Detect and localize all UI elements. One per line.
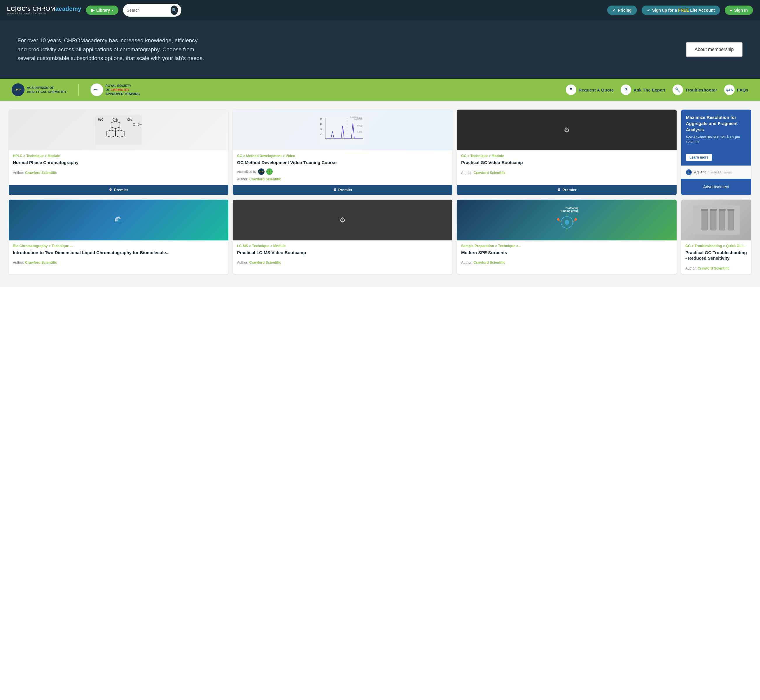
rsc-text: ROYAL SOCIETYOF CHEMISTRYAPPROVED TRAINI… <box>106 84 140 96</box>
divider <box>78 84 79 95</box>
card-author-practical: Author: Crawford Scientific <box>461 169 672 175</box>
thumb-label-lcms: ⚙ <box>340 216 346 224</box>
card-normal-phase: H₃C CH₃ X = Xylene CH₃ HPLC > Technique … <box>9 109 228 195</box>
ad-advertisement-label: Advertisement <box>681 179 751 195</box>
card-body-gc: GC > Method Development > Video GC Metho… <box>233 150 453 185</box>
acs-badge: ACS <box>12 83 25 96</box>
header: LC|GC's CHROMacademy powered by crawford… <box>0 0 760 20</box>
spe-molecule-svg <box>555 214 578 231</box>
svg-text:H₃C: H₃C <box>98 118 103 121</box>
card-author-gc-trouble: Author: Crawford Scientific <box>685 264 747 270</box>
accredited-area: Accredited by ACS C <box>237 169 448 175</box>
logo-area: LC|GC's CHROMacademy powered by crawford… <box>7 6 81 15</box>
card-gc-method: 16 14 12 10 1.126 0.422 1.230 k-elution … <box>233 109 453 195</box>
troubleshooter-button[interactable]: 🔧 Troubleshooter <box>672 84 717 95</box>
card-gc-troubleshooting: GC > Troubleshooting > Quick Gui... Prac… <box>681 200 751 274</box>
svg-text:1.230: 1.230 <box>357 131 362 133</box>
svg-text:CH₃: CH₃ <box>113 118 118 121</box>
accredit-acs-badge: ACS <box>258 169 265 175</box>
gc-chart: 16 14 12 10 1.126 0.422 1.230 k-elution … <box>319 116 366 145</box>
gc-columns-svg <box>693 205 740 234</box>
chevron-down-icon: ▾ <box>112 9 113 12</box>
card-body-2d: Bio Chromatography > Technique ... Intro… <box>9 241 228 274</box>
svg-rect-35 <box>719 210 725 230</box>
library-button[interactable]: ▶ Library ▾ <box>86 6 118 15</box>
acs-text: ACS DIVISION OFANALYTICAL CHEMISTRY <box>27 86 67 94</box>
advertisement-card: Maximize Resolution for Aggregate and Fr… <box>681 109 751 195</box>
card-2d-lc: 🌊 Bio Chromatography > Technique ... Int… <box>9 200 228 274</box>
person-icon: ● <box>730 8 732 12</box>
rsc-badge: RSC <box>91 83 103 96</box>
search-icon: 🔍 <box>172 8 177 12</box>
svg-text:k-elution: k-elution <box>350 116 358 118</box>
card-thumb-spe: ProtectingBinding group <box>457 200 677 241</box>
card-title-spe: Modern SPE Sorbents <box>461 250 672 256</box>
crown-icon-practical: ♛ <box>557 188 561 192</box>
svg-text:0.422: 0.422 <box>357 125 362 127</box>
card-author-spe: Author: Crawford Scientific <box>461 258 672 265</box>
svg-text:10: 10 <box>320 133 322 136</box>
card-body-gc-trouble: GC > Troubleshooting > Quick Gui... Prac… <box>681 241 751 274</box>
card-category-gc-trouble: GC > Troubleshooting > Quick Gui... <box>685 244 747 248</box>
thumb-label-2d: 🌊 <box>114 216 123 224</box>
ask-expert-button[interactable]: ? Ask The Expert <box>621 84 665 95</box>
ad-learn-button[interactable]: Learn more <box>686 154 712 161</box>
svg-text:12: 12 <box>320 128 322 130</box>
card-author: Author: Crawford Scientific <box>13 169 224 175</box>
card-footer-premier: ♛ Premier <box>9 185 228 195</box>
svg-text:CH₃: CH₃ <box>127 118 132 121</box>
card-thumb-gc: 16 14 12 10 1.126 0.422 1.230 k-elution … <box>233 109 453 150</box>
svg-rect-38 <box>710 209 717 211</box>
signup-button[interactable]: ✓ Sign up for a FREE Lite Account <box>642 6 720 15</box>
quote-icon: ❝ <box>566 84 576 95</box>
crown-icon-gc: ♛ <box>333 188 337 192</box>
search-button[interactable]: 🔍 <box>171 6 178 15</box>
thumb-label-practical: ⚙ <box>564 126 570 134</box>
wrench-icon: 🔧 <box>672 84 683 95</box>
logo-sub: powered by crawford scientific <box>7 12 81 15</box>
ad-headline: Maximize Resolution for Aggregate and Fr… <box>686 114 747 133</box>
rsc-partner: RSC ROYAL SOCIETYOF CHEMISTRYAPPROVED TR… <box>91 83 140 96</box>
card-author-gc: Author: Crawford Scientific <box>237 175 448 181</box>
svg-rect-34 <box>710 210 716 230</box>
ad-logo-text: Agilent <box>694 170 706 174</box>
search-input[interactable] <box>127 8 168 12</box>
card-category-2d: Bio Chromatography > Technique ... <box>13 244 224 248</box>
faqs-button[interactable]: Q&A FAQs <box>724 84 748 95</box>
card-category-lcms: LC-MS > Technique > Module <box>237 244 448 248</box>
card-body-spe: Sample Preparation > Technique >... Mode… <box>457 241 677 274</box>
search-area: 🔍 <box>123 4 182 17</box>
svg-rect-36 <box>728 210 734 230</box>
svg-rect-39 <box>719 209 726 211</box>
svg-point-31 <box>575 218 577 220</box>
cards-row-1: H₃C CH₃ X = Xylene CH₃ HPLC > Technique … <box>9 109 751 195</box>
card-category-spe: Sample Preparation > Technique >... <box>461 244 672 248</box>
card-thumb-gc-trouble <box>681 200 751 241</box>
card-category-practical: GC > Technique > Module <box>461 154 672 158</box>
card-title-lcms: Practical LC-MS Video Bootcamp <box>237 250 448 256</box>
logo: LC|GC's CHROMacademy <box>7 6 81 12</box>
card-thumb-lcms: ⚙ <box>233 200 453 241</box>
svg-point-30 <box>557 218 559 220</box>
card-category-gc: GC > Method Development > Video <box>237 154 448 158</box>
signin-button[interactable]: ● Sign In <box>725 6 753 15</box>
svg-text:16: 16 <box>320 118 322 120</box>
card-author-lcms: Author: Crawford Scientific <box>237 258 448 265</box>
about-membership-button[interactable]: About membership <box>686 42 743 57</box>
svg-point-25 <box>565 220 569 225</box>
card-title-gc: GC Method Development Video Training Cou… <box>237 160 448 166</box>
request-quote-button[interactable]: ❝ Request A Quote <box>566 84 614 95</box>
library-icon: ▶ <box>91 8 94 12</box>
card-body-practical: GC > Technique > Module Practical GC Vid… <box>457 150 677 185</box>
ad-content-top: Maximize Resolution for Aggregate and Fr… <box>681 109 751 166</box>
acs-partner: ACS ACS DIVISION OFANALYTICAL CHEMISTRY <box>12 83 67 96</box>
check-icon-signup: ✓ <box>647 8 650 12</box>
question-icon: ? <box>621 84 631 95</box>
card-thumb-2d: 🌊 <box>9 200 228 241</box>
pricing-button[interactable]: ✓ Pricing <box>607 6 637 15</box>
card-title: Normal Phase Chromatography <box>13 160 224 166</box>
card-title-practical: Practical GC Video Bootcamp <box>461 160 672 166</box>
card-body: HPLC > Technique > Module Normal Phase C… <box>9 150 228 185</box>
accredit-rsc-badge: C <box>266 169 273 175</box>
svg-text:X = Xylene: X = Xylene <box>133 123 142 126</box>
